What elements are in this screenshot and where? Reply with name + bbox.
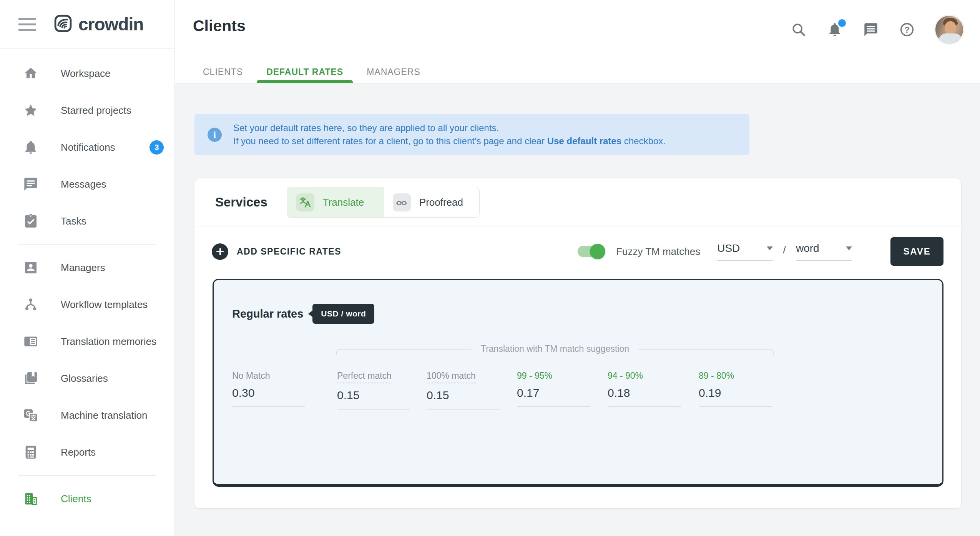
memory-card-icon (23, 334, 38, 349)
sidebar-item-workflow-templates[interactable]: Workflow templates (0, 286, 174, 323)
books-icon (23, 371, 38, 386)
proofread-label: Proofread (419, 196, 463, 208)
rate-column-no-match: No Match 0.30 (232, 371, 315, 407)
currency-unit-badge: USD / word (312, 304, 374, 324)
crowdin-logo[interactable]: crowdin (53, 13, 143, 35)
bell-icon (23, 140, 38, 155)
sidebar-item-notifications[interactable]: Notifications 3 (0, 129, 174, 166)
help-icon[interactable]: ? (898, 21, 916, 38)
rate-label: No Match (232, 371, 270, 381)
services-heading: Services (215, 195, 267, 210)
sidebar-item-managers[interactable]: Managers (0, 249, 174, 286)
content-area: i Set your default rates here, so they a… (175, 83, 980, 536)
rate-input-100-match[interactable]: 0.15 (427, 389, 509, 402)
rate-column-89-80: 89 - 80% 0.19 (699, 371, 781, 407)
services-row: Services Translate Proofread (194, 178, 961, 226)
unread-indicator-dot (838, 19, 846, 27)
clipboard-check-icon (23, 213, 38, 229)
sidebar-item-clients[interactable]: Clients (0, 480, 174, 517)
info-banner: i Set your default rates here, so they a… (194, 114, 749, 155)
add-specific-rates-button[interactable]: ADD SPECIFIC RATES (212, 243, 341, 260)
calculator-icon (23, 444, 38, 460)
sidebar-item-starred-projects[interactable]: Starred projects (0, 92, 174, 129)
chevron-down-icon (846, 246, 852, 250)
translate-label: Translate (323, 196, 364, 208)
rate-columns: No Match 0.30 Perfect match 0.15 100% ma… (214, 371, 942, 424)
sidebar-item-workspace[interactable]: Workspace (0, 55, 174, 92)
use-default-rates-emphasis: Use default rates (547, 136, 621, 146)
sidebar-item-messages[interactable]: Messages (0, 166, 174, 203)
currency-unit-separator: / (783, 244, 786, 259)
sidebar-item-tasks[interactable]: Tasks (0, 203, 174, 240)
toggle-knob (590, 244, 605, 259)
rate-column-94-90: 94 - 90% 0.18 (608, 371, 690, 407)
sidebar-item-glossaries[interactable]: Glossaries (0, 360, 174, 397)
info-icon: i (208, 128, 222, 142)
info-line-2: If you need to set different rates for a… (233, 135, 666, 148)
sidebar-item-translation-memories[interactable]: Translation memories (0, 323, 174, 360)
header-actions: ? (790, 15, 964, 45)
chat-icon (23, 176, 38, 192)
tab-clients[interactable]: CLIENTS (203, 61, 243, 83)
glasses-icon (393, 193, 411, 211)
rate-column-perfect-match: Perfect match 0.15 (337, 371, 420, 409)
rate-column-99-95: 99 - 95% 0.17 (517, 371, 600, 407)
tab-managers[interactable]: MANAGERS (367, 61, 420, 83)
rate-input-89-80[interactable]: 0.19 (699, 386, 781, 400)
page-title: Clients (193, 17, 246, 35)
building-icon (23, 491, 38, 506)
regular-rates-heading: Regular rates (232, 308, 303, 320)
add-specific-rates-label: ADD SPECIFIC RATES (237, 246, 341, 257)
rates-options: Fuzzy TM matches USD / word SAVE (578, 237, 943, 266)
proofread-service-button[interactable]: Proofread (383, 187, 479, 217)
user-avatar[interactable] (934, 15, 964, 45)
crowdin-logo-icon (53, 13, 73, 35)
sidebar-item-machine-translation[interactable]: G Machine translation (0, 397, 174, 434)
translate-service-button[interactable]: Translate (287, 187, 383, 217)
rate-label[interactable]: Perfect match (337, 371, 392, 383)
notifications-bell-icon[interactable] (826, 21, 844, 38)
logo-row: crowdin (0, 0, 174, 49)
tab-bar: CLIENTS DEFAULT RATES MANAGERS (175, 61, 420, 83)
unit-value: word (796, 242, 819, 255)
machine-translation-icon: G (23, 408, 38, 423)
chevron-down-icon (767, 246, 773, 250)
rate-input-94-90[interactable]: 0.18 (608, 386, 690, 400)
sidebar-item-reports[interactable]: Reports (0, 434, 174, 471)
sidebar: crowdin Workspace Starred projects Notif… (0, 0, 175, 536)
tab-default-rates[interactable]: DEFAULT RATES (266, 61, 343, 83)
hamburger-menu-icon[interactable] (18, 18, 36, 31)
sidebar-divider (18, 244, 156, 245)
messages-icon[interactable] (862, 21, 880, 38)
input-underline (699, 406, 772, 407)
currency-select[interactable]: USD (717, 242, 773, 261)
sidebar-nav: Workspace Starred projects Notifications… (0, 49, 174, 517)
input-underline (517, 406, 590, 407)
sidebar-divider (18, 475, 156, 476)
currency-value: USD (717, 242, 740, 255)
fuzzy-tm-label: Fuzzy TM matches (616, 246, 700, 258)
rate-input-perfect-match[interactable]: 0.15 (337, 389, 420, 402)
regular-rates-head: Regular rates USD / word (214, 280, 942, 324)
info-line-1: Set your default rates here, so they are… (233, 122, 666, 135)
page-header: Clients ? CLIENTS DEFAULT RATES MANAGERS (175, 0, 980, 83)
save-button[interactable]: SAVE (890, 237, 943, 266)
rates-toolbar: ADD SPECIFIC RATES Fuzzy TM matches USD … (194, 226, 961, 275)
input-underline (337, 409, 410, 409)
rate-column-100-match: 100% match 0.15 (427, 371, 509, 409)
plus-icon (212, 243, 228, 260)
home-icon (23, 66, 38, 81)
input-underline (608, 406, 681, 407)
fuzzy-tm-toggle[interactable] (578, 246, 603, 257)
rate-input-99-95[interactable]: 0.17 (517, 386, 600, 400)
rate-input-no-match[interactable]: 0.30 (232, 386, 315, 400)
star-icon (23, 103, 38, 118)
unit-select[interactable]: word (796, 242, 852, 261)
regular-rates-panel: Regular rates USD / word Translation wit… (213, 279, 943, 487)
tm-group-caption: Translation with TM match suggestion (336, 344, 774, 354)
rate-label: 99 - 95% (517, 371, 552, 381)
rate-label: 89 - 80% (699, 371, 734, 381)
search-icon[interactable] (790, 21, 807, 38)
rate-label[interactable]: 100% match (427, 371, 476, 383)
person-badge-icon (23, 260, 38, 275)
